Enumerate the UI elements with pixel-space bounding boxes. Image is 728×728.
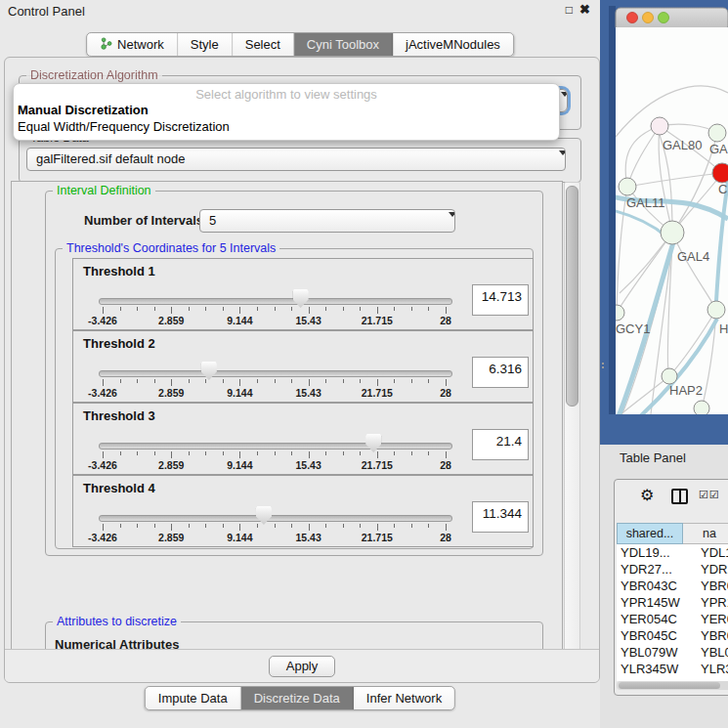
table-row[interactable]: YBR045CYBR0	[617, 627, 728, 644]
slider-thumb[interactable]	[293, 289, 309, 308]
threshold-value-field[interactable]: 11.344	[472, 501, 529, 533]
slider-tick-label: 21.715	[362, 387, 393, 399]
network-node-label: H	[719, 321, 728, 336]
threshold-value-field[interactable]: 6.316	[472, 357, 529, 388]
slider-tick-label: -3.426	[88, 532, 117, 543]
tab-jactivemnodules[interactable]: jActiveMNodules	[393, 33, 513, 56]
slider-track[interactable]	[99, 515, 452, 522]
tab-select-label: Select	[245, 37, 280, 52]
threshold-slider[interactable]: -3.4262.8599.14415.4321.71528	[73, 331, 464, 402]
tab-cyni-toolbox[interactable]: Cyni Toolbox	[294, 33, 393, 56]
float-window-icon[interactable]: □	[566, 2, 573, 18]
network-node-red-node[interactable]	[712, 163, 728, 183]
combo-arrows-icon	[551, 152, 559, 171]
threshold-slider[interactable]: -3.4262.8599.14415.4321.71528	[73, 259, 464, 329]
tab-discretize-data[interactable]: Discretize Data	[241, 687, 354, 709]
tab-select[interactable]: Select	[233, 33, 294, 56]
tab-style[interactable]: Style	[178, 33, 233, 56]
control-panel: Control Panel □ ✖ Network Style Select	[0, 0, 600, 728]
slider-thumb[interactable]	[365, 434, 381, 452]
tab-impute-data-label: Impute Data	[158, 691, 228, 706]
slider-tick	[309, 379, 310, 386]
dropdown-option-equal-width-frequency[interactable]: Equal Width/Frequency Discretization	[16, 119, 557, 135]
slider-tick	[137, 307, 138, 311]
network-view[interactable]: GAL80GACGAL11GAL4GCY1HHAP2	[600, 0, 728, 445]
tab-network-label: Network	[117, 37, 164, 52]
traffic-light-zoom-icon[interactable]	[659, 13, 669, 23]
network-node-unlabeled[interactable]	[694, 401, 709, 416]
table-horizontal-scrollbar[interactable]	[617, 681, 728, 690]
threshold-panel: Threshold 4-3.4262.8599.14415.4321.71528…	[72, 475, 534, 547]
table-row[interactable]: YER054CYER0	[617, 611, 728, 627]
threshold-value-field[interactable]: 14.713	[472, 284, 529, 316]
split-pane-grip[interactable]	[602, 361, 606, 370]
network-node-h[interactable]	[707, 301, 725, 319]
slider-tick	[103, 307, 104, 314]
slider-tick	[446, 451, 447, 458]
tab-infer-network[interactable]: Infer Network	[354, 687, 454, 709]
close-icon[interactable]: ✖	[579, 2, 590, 18]
app-root: Control Panel □ ✖ Network Style Select	[0, 0, 728, 728]
table-rows[interactable]: YDL19...YDL1YDR27...YDR2YBR043CYBR0YPR14…	[617, 544, 728, 681]
tab-impute-data[interactable]: Impute Data	[146, 687, 241, 709]
slider-tick-label: 28	[440, 315, 451, 326]
checkbox-icons[interactable]: ☑☑	[699, 489, 720, 501]
slider-track[interactable]	[99, 443, 452, 450]
network-node-unlabeled[interactable]	[708, 124, 726, 142]
slider-tick	[377, 524, 378, 531]
scrollbar-thumb[interactable]	[566, 186, 578, 407]
threshold-slider[interactable]: -3.4262.8599.14415.4321.71528	[73, 476, 464, 546]
gear-icon[interactable]: ⚙	[640, 486, 654, 504]
combo-arrows-icon	[441, 214, 449, 233]
number-of-intervals-combobox[interactable]: 5	[199, 209, 455, 233]
slider-tick	[275, 524, 276, 528]
traffic-light-minimize-icon[interactable]	[643, 13, 654, 23]
slider-tick	[275, 379, 276, 383]
slider-tick	[189, 524, 190, 528]
table-row[interactable]: YDL19...YDL1	[617, 544, 728, 561]
slider-thumb[interactable]	[201, 362, 217, 380]
tab-discretize-data-label: Discretize Data	[254, 691, 340, 706]
algorithm-dropdown-popup: Select algorithm to view settings Manual…	[13, 83, 560, 141]
slider-tick-label: 15.43	[295, 315, 321, 326]
control-panel-scrollbar[interactable]	[564, 182, 580, 651]
cell-shared-name: YDL19...	[617, 544, 681, 561]
table-row[interactable]: YBL079WYBL0	[617, 644, 728, 661]
slider-tick	[275, 451, 276, 455]
slider-tick	[309, 524, 310, 531]
network-node-gal80[interactable]	[651, 117, 668, 135]
slider-track[interactable]	[99, 370, 452, 377]
cell-shared-name: YPR145W	[617, 594, 681, 611]
table-row[interactable]: YLR345WYLR3	[617, 661, 728, 677]
table-row[interactable]: YDR27...YDR2	[617, 561, 728, 578]
slider-thumb[interactable]	[256, 506, 272, 525]
network-node-gal11[interactable]	[619, 178, 636, 195]
table-data-combobox[interactable]: galFiltered.sif default node	[26, 148, 566, 171]
threshold-slider[interactable]: -3.4262.8599.14415.4321.71528	[73, 404, 464, 474]
network-node-gal4[interactable]	[661, 221, 684, 244]
threshold-panel: Threshold 1-3.4262.8599.14415.4321.71528…	[72, 258, 534, 330]
slider-tick	[103, 379, 104, 386]
cell-shared-name: YBR045C	[617, 627, 681, 644]
network-node-hap2[interactable]	[662, 368, 677, 384]
tab-network[interactable]: Network	[87, 33, 178, 56]
table-row[interactable]: YBR043CYBR0	[617, 578, 728, 594]
slider-tick	[257, 307, 258, 311]
dropdown-option-manual-discretization[interactable]: Manual Discretization	[16, 103, 557, 118]
apply-button[interactable]: Apply	[269, 656, 336, 677]
cell-name: YBL0	[681, 644, 728, 661]
slider-tick-label: 28	[440, 532, 451, 543]
column-header-shared-name[interactable]: shared...	[617, 523, 683, 544]
slider-tick	[291, 379, 292, 383]
slider-track[interactable]	[99, 298, 452, 305]
column-header-name[interactable]: na	[683, 523, 728, 544]
threshold-value-field[interactable]: 21.4	[472, 429, 529, 460]
columns-icon[interactable]	[671, 489, 688, 504]
table-row[interactable]: YPR145WYPR1	[617, 594, 728, 611]
network-icon	[100, 37, 112, 53]
traffic-light-close-icon[interactable]	[627, 13, 638, 23]
network-node-label: GA	[709, 142, 728, 156]
slider-tick	[377, 379, 378, 386]
slider-tick	[223, 451, 224, 455]
scrollbar-thumb[interactable]	[619, 682, 720, 689]
